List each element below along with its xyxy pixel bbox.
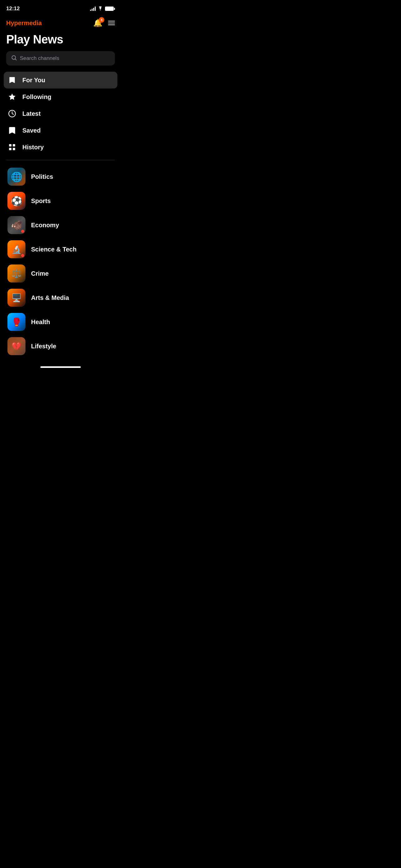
menu-button[interactable] xyxy=(108,21,115,25)
star-icon xyxy=(7,93,17,101)
nav-item-latest[interactable]: Latest xyxy=(4,105,117,122)
channel-thumb-sports xyxy=(7,192,26,210)
nav-section: For You Following Latest Saved xyxy=(0,70,121,157)
channel-thumb-health xyxy=(7,313,26,331)
channel-label-politics: Politics xyxy=(31,173,53,180)
new-indicator-scitech xyxy=(21,254,24,257)
channel-label-sports: Sports xyxy=(31,197,51,205)
signal-icon xyxy=(90,6,96,11)
search-bar[interactable]: Search channels xyxy=(6,51,115,65)
svg-rect-4 xyxy=(13,144,15,147)
notifications-button[interactable]: 🔔 4 xyxy=(93,19,103,27)
svg-line-1 xyxy=(15,59,16,60)
channel-item-lifestyle[interactable]: Lifestyle xyxy=(4,334,117,358)
channel-label-economy: Economy xyxy=(31,222,59,229)
channel-item-sports[interactable]: Sports xyxy=(4,189,117,213)
home-bar xyxy=(40,366,81,368)
channel-thumb-science-tech xyxy=(7,240,26,258)
nav-item-following[interactable]: Following xyxy=(4,89,117,105)
battery-icon xyxy=(105,6,115,11)
wifi-icon xyxy=(97,6,103,11)
channel-thumb-lifestyle xyxy=(7,337,26,355)
bookmark-outline-icon xyxy=(7,126,17,134)
channel-item-arts-media[interactable]: Arts & Media xyxy=(4,286,117,310)
page-title: Play News xyxy=(0,30,121,51)
channel-thumb-politics xyxy=(7,168,26,186)
channel-item-crime[interactable]: Crime xyxy=(4,261,117,286)
new-indicator-economy xyxy=(21,230,24,233)
channel-label-health: Health xyxy=(31,318,50,326)
header: Hypermedia 🔔 4 xyxy=(0,16,121,30)
nav-label-following: Following xyxy=(22,93,51,101)
status-icons xyxy=(90,6,115,11)
notification-badge: 4 xyxy=(99,17,104,23)
channel-label-science-tech: Science & Tech xyxy=(31,246,77,253)
channel-thumb-arts-media xyxy=(7,289,26,307)
channel-item-science-tech[interactable]: Science & Tech xyxy=(4,237,117,261)
channel-section: Politics Sports Economy Science & Tech xyxy=(0,163,121,360)
nav-item-history[interactable]: History xyxy=(4,139,117,156)
search-icon xyxy=(11,55,17,62)
section-divider xyxy=(6,160,115,160)
channel-label-arts-media: Arts & Media xyxy=(31,294,69,302)
nav-item-for-you[interactable]: For You xyxy=(4,72,117,89)
header-right: 🔔 4 xyxy=(93,19,115,27)
channel-thumb-crime xyxy=(7,265,26,282)
grid-icon xyxy=(7,143,17,151)
nav-item-saved[interactable]: Saved xyxy=(4,122,117,139)
nav-label-history: History xyxy=(22,144,44,151)
channel-label-lifestyle: Lifestyle xyxy=(31,343,56,350)
channel-item-health[interactable]: Health xyxy=(4,310,117,334)
channel-label-crime: Crime xyxy=(31,270,49,277)
app-title: Hypermedia xyxy=(6,20,42,27)
nav-label-latest: Latest xyxy=(22,110,41,117)
svg-rect-5 xyxy=(9,148,11,150)
channel-item-economy[interactable]: Economy xyxy=(4,213,117,237)
home-indicator xyxy=(0,363,121,370)
channel-item-politics[interactable]: Politics xyxy=(4,164,117,189)
nav-label-for-you: For You xyxy=(22,77,45,84)
clock-icon xyxy=(7,110,17,118)
status-bar: 12:12 xyxy=(0,0,121,16)
nav-label-saved: Saved xyxy=(22,127,41,134)
svg-rect-6 xyxy=(13,148,15,150)
status-time: 12:12 xyxy=(6,6,20,12)
bookmark-filled-icon xyxy=(7,76,17,84)
search-placeholder: Search channels xyxy=(20,55,59,61)
channel-thumb-economy xyxy=(7,216,26,234)
search-container: Search channels xyxy=(0,51,121,70)
svg-rect-3 xyxy=(9,144,11,147)
